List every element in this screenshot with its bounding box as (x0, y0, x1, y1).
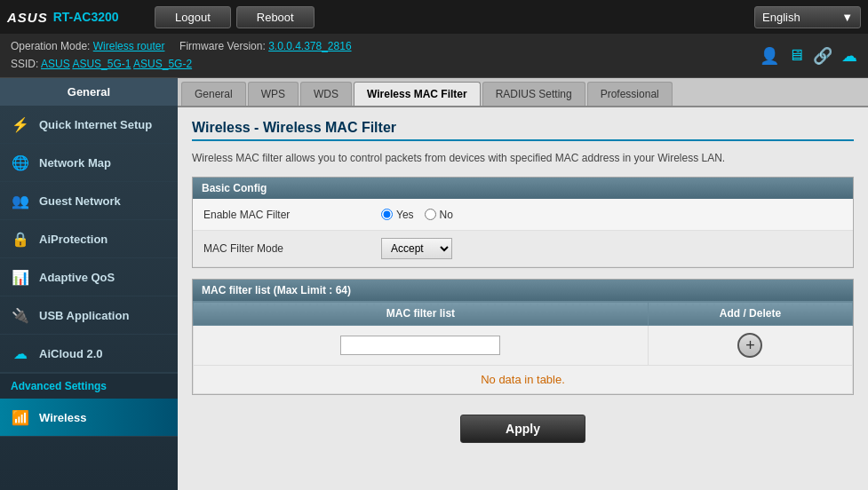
col-mac-filter-list: MAC filter list (194, 302, 649, 326)
ssid-row: SSID: ASUS ASUS_5G-1 ASUS_5G-2 (11, 56, 745, 73)
col-add-delete: Add / Delete (648, 302, 852, 326)
sidebar-item-label: Guest Network (39, 194, 121, 208)
cloud-icon[interactable]: ☁ (841, 46, 857, 66)
mac-input-cell (194, 326, 649, 366)
sidebar-general-label: General (0, 78, 178, 106)
mac-filter-mode-label: MAC Filter Mode (203, 242, 381, 255)
adaptive-qos-icon: 📊 (11, 267, 30, 287)
page-description: Wireless MAC filter allows you to contro… (192, 150, 854, 166)
ssid-label: SSID: (11, 58, 38, 70)
ssid-5g1[interactable]: ASUS_5G-1 (72, 58, 131, 70)
page-content: Wireless - Wireless MAC Filter Wireless … (178, 107, 868, 464)
mac-filter-mode-control: Accept Reject (381, 238, 452, 259)
user-icon[interactable]: 👤 (760, 46, 779, 66)
chevron-down-icon: ▼ (841, 11, 853, 24)
sidebar-item-usb-application[interactable]: 🔌 USB Application (0, 296, 178, 335)
mac-filter-list-header: MAC filter list (Max Limit : 64) (193, 280, 853, 301)
enable-mac-filter-row: Enable MAC Filter Yes No (193, 199, 853, 231)
firmware-value[interactable]: 3.0.0.4.378_2816 (268, 40, 351, 52)
tab-wireless-mac-filter[interactable]: Wireless MAC Filter (354, 82, 481, 106)
asus-logo: ASUS (7, 10, 48, 25)
mac-filter-table: MAC filter list Add / Delete + (193, 301, 853, 394)
logout-button[interactable]: Logout (155, 6, 231, 28)
table-row: + (194, 326, 853, 366)
tab-bar: General WPS WDS Wireless MAC Filter RADI… (178, 78, 868, 107)
sidebar-item-quick-internet-setup[interactable]: ⚡ Quick Internet Setup (0, 106, 178, 144)
yes-text: Yes (396, 209, 414, 221)
info-icons: 👤 🖥 🔗 ☁ (760, 46, 857, 66)
wireless-icon: 📶 (11, 407, 30, 427)
sidebar-item-label: Wireless (39, 411, 86, 424)
table-body: + No data in table. (194, 326, 853, 394)
sidebar-item-label: AiCloud 2.0 (39, 347, 103, 360)
tab-radius-setting[interactable]: RADIUS Setting (482, 82, 585, 106)
sidebar-item-network-map[interactable]: 🌐 Network Map (0, 144, 178, 182)
operation-mode-label: Operation Mode: (11, 40, 90, 52)
mac-address-input[interactable] (340, 336, 500, 355)
monitor-icon[interactable]: 🖥 (788, 46, 804, 65)
advanced-settings-label: Advanced Settings (0, 373, 178, 399)
table-header-row: MAC filter list Add / Delete (194, 302, 853, 326)
operation-mode-value[interactable]: Wireless router (93, 40, 165, 52)
no-text: No (440, 209, 453, 221)
enable-mac-filter-yes-radio[interactable] (381, 209, 393, 220)
apply-row: Apply (192, 406, 854, 452)
add-delete-cell: + (648, 326, 852, 366)
reboot-button[interactable]: Reboot (236, 6, 315, 28)
enable-mac-filter-yes-label[interactable]: Yes (381, 209, 414, 221)
sidebar-item-label: Adaptive QoS (39, 271, 115, 284)
sidebar-item-guest-network[interactable]: 👥 Guest Network (0, 182, 178, 220)
mac-filter-list-section: MAC filter list (Max Limit : 64) MAC fil… (192, 279, 854, 395)
aicloud-icon: ☁ (11, 344, 30, 363)
enable-mac-filter-control: Yes No (381, 209, 453, 221)
sidebar-item-aicloud[interactable]: ☁ AiCloud 2.0 (0, 335, 178, 373)
usb-application-icon: 🔌 (11, 305, 30, 325)
add-mac-button[interactable]: + (737, 333, 762, 358)
tab-wps[interactable]: WPS (248, 82, 299, 106)
sidebar-item-label: AiProtection (39, 233, 108, 246)
sidebar: General ⚡ Quick Internet Setup 🌐 Network… (0, 78, 178, 490)
sidebar-item-label: USB Application (39, 309, 129, 322)
language-label: English (762, 11, 800, 24)
language-select[interactable]: English ▼ (754, 6, 861, 28)
network-map-icon: 🌐 (11, 153, 30, 172)
tab-professional[interactable]: Professional (587, 82, 673, 106)
page-title: Wireless - Wireless MAC Filter (192, 120, 854, 141)
model-name: RT-AC3200 (53, 10, 119, 24)
info-bar: Operation Mode: Wireless router Firmware… (0, 34, 868, 78)
sidebar-item-adaptive-qos[interactable]: 📊 Adaptive QoS (0, 258, 178, 296)
sidebar-item-label: Quick Internet Setup (39, 118, 152, 131)
main-layout: General ⚡ Quick Internet Setup 🌐 Network… (0, 78, 868, 490)
basic-config-header: Basic Config (193, 178, 853, 199)
ssid-asus[interactable]: ASUS (41, 58, 70, 70)
operation-mode-row: Operation Mode: Wireless router Firmware… (11, 38, 745, 55)
tab-wds[interactable]: WDS (300, 82, 352, 106)
mac-filter-mode-row: MAC Filter Mode Accept Reject (193, 231, 853, 267)
sidebar-item-aiprotection[interactable]: 🔒 AiProtection (0, 220, 178, 258)
no-data-row: No data in table. (194, 366, 853, 394)
quick-internet-setup-icon: ⚡ (11, 115, 30, 134)
enable-mac-filter-no-label[interactable]: No (425, 209, 453, 221)
enable-mac-filter-label: Enable MAC Filter (203, 209, 381, 221)
logo-area: ASUS RT-AC3200 (7, 10, 149, 25)
enable-mac-filter-no-radio[interactable] (425, 209, 436, 220)
firmware-label: Firmware Version: (179, 40, 266, 52)
basic-config-body: Enable MAC Filter Yes No (193, 199, 853, 267)
guest-network-icon: 👥 (11, 191, 30, 210)
apply-button[interactable]: Apply (460, 415, 585, 443)
mac-filter-mode-select[interactable]: Accept Reject (381, 238, 452, 259)
top-bar: ASUS RT-AC3200 Logout Reboot English ▼ (0, 0, 868, 34)
aiprotection-icon: 🔒 (11, 229, 30, 249)
basic-config-section: Basic Config Enable MAC Filter Yes (192, 177, 854, 268)
ssid-5g2[interactable]: ASUS_5G-2 (133, 58, 192, 70)
content-area: General WPS WDS Wireless MAC Filter RADI… (178, 78, 868, 490)
info-bar-left: Operation Mode: Wireless router Firmware… (11, 38, 745, 72)
sidebar-item-label: Network Map (39, 156, 111, 170)
usb-icon[interactable]: 🔗 (813, 46, 832, 66)
no-data-text: No data in table. (194, 366, 853, 394)
tab-general[interactable]: General (181, 82, 246, 106)
sidebar-item-wireless[interactable]: 📶 Wireless (0, 399, 178, 437)
